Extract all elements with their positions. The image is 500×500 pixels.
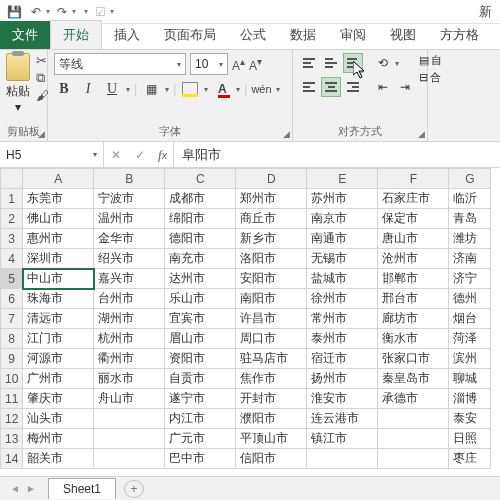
row-header[interactable]: 6 <box>1 289 23 309</box>
cell[interactable]: 江门市 <box>23 329 94 349</box>
cell[interactable]: 衢州市 <box>94 349 165 369</box>
cell[interactable]: 新乡市 <box>236 229 307 249</box>
cell[interactable]: 承德市 <box>378 389 449 409</box>
redo-icon[interactable]: ↷ <box>52 2 72 22</box>
cell[interactable]: 驻马店市 <box>236 349 307 369</box>
cell[interactable]: 常州市 <box>307 309 378 329</box>
col-header[interactable]: C <box>165 169 236 189</box>
cell[interactable] <box>378 429 449 449</box>
cell[interactable]: 自贡市 <box>165 369 236 389</box>
cell[interactable]: 巴中市 <box>165 449 236 469</box>
row-header[interactable]: 4 <box>1 249 23 269</box>
cell[interactable]: 杭州市 <box>94 329 165 349</box>
cell[interactable]: 肇庆市 <box>23 389 94 409</box>
cell[interactable]: 淮安市 <box>307 389 378 409</box>
cell[interactable]: 宜宾市 <box>165 309 236 329</box>
cell[interactable]: 深圳市 <box>23 249 94 269</box>
increase-indent-icon[interactable]: ⇥ <box>395 77 415 97</box>
undo-icon[interactable]: ↶ <box>26 2 46 22</box>
cell[interactable]: 临沂 <box>449 189 491 209</box>
cell[interactable]: 潍坊 <box>449 229 491 249</box>
cell[interactable]: 青岛 <box>449 209 491 229</box>
cell[interactable]: 乐山市 <box>165 289 236 309</box>
cell[interactable]: 安阳市 <box>236 269 307 289</box>
name-box[interactable]: H5▾ <box>0 142 104 167</box>
row-header[interactable]: 5 <box>1 269 23 289</box>
cell[interactable]: 石家庄市 <box>378 189 449 209</box>
cell[interactable]: 枣庄 <box>449 449 491 469</box>
cell[interactable]: 珠海市 <box>23 289 94 309</box>
cell[interactable] <box>378 409 449 429</box>
align-left-icon[interactable] <box>299 77 319 97</box>
cell[interactable] <box>307 449 378 469</box>
cell[interactable]: 宁波市 <box>94 189 165 209</box>
cell[interactable] <box>378 449 449 469</box>
cell[interactable]: 舟山市 <box>94 389 165 409</box>
chevron-down-icon[interactable]: ▾ <box>93 150 97 159</box>
tab-data[interactable]: 数据 <box>278 21 328 49</box>
font-color-button[interactable]: A <box>212 79 232 99</box>
touch-mode-icon[interactable]: ☑ <box>90 2 110 22</box>
cell[interactable]: 信阳市 <box>236 449 307 469</box>
cell[interactable]: 濮阳市 <box>236 409 307 429</box>
cell[interactable]: 镇江市 <box>307 429 378 449</box>
tab-formulas[interactable]: 公式 <box>228 21 278 49</box>
row-header[interactable]: 11 <box>1 389 23 409</box>
cell[interactable]: 菏泽 <box>449 329 491 349</box>
merge-center-button[interactable]: ⊟合 <box>419 70 442 85</box>
cell[interactable]: 广州市 <box>23 369 94 389</box>
cell[interactable]: 张家口市 <box>378 349 449 369</box>
cell[interactable]: 汕头市 <box>23 409 94 429</box>
cell[interactable]: 保定市 <box>378 209 449 229</box>
cell[interactable]: 无锡市 <box>307 249 378 269</box>
align-center-icon[interactable] <box>321 77 341 97</box>
row-header[interactable]: 2 <box>1 209 23 229</box>
row-header[interactable]: 1 <box>1 189 23 209</box>
cell[interactable]: 清远市 <box>23 309 94 329</box>
cell[interactable]: 洛阳市 <box>236 249 307 269</box>
tab-home[interactable]: 开始 <box>50 20 102 49</box>
cell[interactable]: 丽水市 <box>94 369 165 389</box>
cell[interactable]: 日照 <box>449 429 491 449</box>
row-header[interactable]: 10 <box>1 369 23 389</box>
cell[interactable]: 连云港市 <box>307 409 378 429</box>
orientation-icon[interactable]: ⟲ <box>373 53 393 73</box>
cell[interactable]: 嘉兴市 <box>94 269 165 289</box>
row-header[interactable]: 8 <box>1 329 23 349</box>
cell[interactable]: 温州市 <box>94 209 165 229</box>
row-header[interactable]: 14 <box>1 449 23 469</box>
qat-customize-icon[interactable]: ▾ <box>84 7 88 16</box>
underline-button[interactable]: U <box>102 79 122 99</box>
bold-button[interactable]: B <box>54 79 74 99</box>
fx-icon[interactable]: fx <box>152 142 174 167</box>
cell[interactable]: 金华市 <box>94 229 165 249</box>
cell[interactable]: 广元市 <box>165 429 236 449</box>
cell[interactable]: 泰安 <box>449 409 491 429</box>
undo-dropdown-icon[interactable]: ▾ <box>46 7 50 16</box>
cell[interactable]: 德阳市 <box>165 229 236 249</box>
cell[interactable]: 绵阳市 <box>165 209 236 229</box>
align-right-icon[interactable] <box>343 77 363 97</box>
cell[interactable]: 济宁 <box>449 269 491 289</box>
cell[interactable]: 盐城市 <box>307 269 378 289</box>
paste-button[interactable]: 粘贴 ▾ <box>6 53 30 114</box>
cell[interactable] <box>94 409 165 429</box>
cell[interactable]: 佛山市 <box>23 209 94 229</box>
cell[interactable]: 秦皇岛市 <box>378 369 449 389</box>
row-header[interactable]: 9 <box>1 349 23 369</box>
row-header[interactable]: 12 <box>1 409 23 429</box>
cell[interactable]: 中山市 <box>23 269 94 289</box>
cell[interactable]: 泰州市 <box>307 329 378 349</box>
font-launcher-icon[interactable]: ◢ <box>283 129 290 139</box>
align-launcher-icon[interactable]: ◢ <box>418 129 425 139</box>
cell[interactable]: 遂宁市 <box>165 389 236 409</box>
formula-input[interactable]: 阜阳市 <box>174 146 229 164</box>
select-all-corner[interactable] <box>1 169 23 189</box>
cell[interactable]: 沧州市 <box>378 249 449 269</box>
cell[interactable]: 河源市 <box>23 349 94 369</box>
cell[interactable]: 南充市 <box>165 249 236 269</box>
tab-file[interactable]: 文件 <box>0 21 50 49</box>
wrap-text-button[interactable]: ▤自 <box>419 53 442 68</box>
sheet-tab[interactable]: Sheet1 <box>48 478 116 499</box>
cell[interactable]: 东莞市 <box>23 189 94 209</box>
